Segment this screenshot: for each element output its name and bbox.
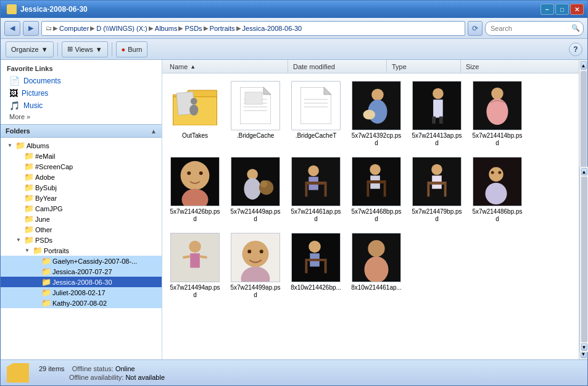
tree-portraits[interactable]: ▼ 📁 Portraits — [1, 245, 162, 256]
svg-point-47 — [370, 164, 381, 175]
file-photo-6[interactable]: 5x7w214461ap.psd — [288, 154, 344, 225]
svg-point-80 — [368, 240, 384, 257]
file-photo-3[interactable]: 5x7w214414bp.psd — [470, 78, 525, 149]
file-photo-11[interactable]: 5x7w214499ap.psd — [228, 230, 283, 301]
status-offline-value: Online — [115, 365, 135, 372]
breadcrumb-albums[interactable]: Albums — [155, 25, 178, 32]
tree-bysubj[interactable]: 📁 BySubj — [1, 182, 162, 193]
folders-collapse-icon: ▲ — [151, 128, 157, 135]
folders-header[interactable]: Folders ▲ — [1, 124, 162, 138]
refresh-button[interactable]: ⟳ — [468, 21, 482, 36]
forward-button[interactable]: ▶ — [23, 21, 39, 36]
file-photo-8[interactable]: 5x7w214479bp.psd — [409, 154, 465, 225]
back-button[interactable]: ◀ — [4, 21, 20, 36]
breadcrumb-current[interactable]: Jessica-2008-06-30 — [242, 25, 302, 32]
photo-6-label: 5x7w214461ap.psd — [291, 208, 341, 223]
expander-portraits[interactable]: ▼ — [23, 246, 31, 255]
tree-other[interactable]: 📁 Other — [1, 224, 162, 235]
status-offline-label: Offline status: — [72, 365, 114, 372]
files-scroll-up[interactable]: ▲ — [581, 61, 587, 70]
file-photo-7[interactable]: 5x7w214468bp.psd — [349, 154, 404, 225]
help-button[interactable]: ? — [569, 43, 582, 56]
search-icon[interactable]: 🔍 — [570, 23, 581, 34]
close-button[interactable]: ✕ — [570, 4, 584, 15]
tree-kathy[interactable]: 📁 Kathy-2007-08-02 — [1, 298, 162, 308]
file-bridgecachet[interactable]: .BridgeCacheT — [288, 78, 344, 149]
photo-13-label: 8x10w214461ap... — [351, 284, 402, 292]
col-header-date[interactable]: Date modified — [288, 60, 387, 73]
breadcrumb-bar[interactable]: 🗂 ▶ Computer ▶ D (\\WINGS) (X:) ▶ Albums… — [41, 21, 465, 36]
photo-5-svg — [231, 157, 280, 206]
svg-rect-51 — [384, 183, 386, 196]
documents-icon: 📄 — [9, 76, 20, 86]
file-photo-9[interactable]: 5x7w214486bp.psd — [470, 154, 525, 225]
status-count-line: 29 items Offline status: Online — [39, 365, 165, 372]
tree-jessica2007[interactable]: 📁 Jessica-2007-07-27 — [1, 266, 162, 277]
svg-point-74 — [308, 241, 321, 253]
maximize-button[interactable]: □ — [555, 4, 569, 15]
photo-11-thumb — [231, 233, 280, 282]
photo-13-svg — [352, 233, 400, 282]
breadcrumb-drive[interactable]: D (\\WINGS) (X:) — [96, 25, 147, 32]
breadcrumb-psds[interactable]: PSDs — [184, 25, 202, 32]
fav-pictures[interactable]: 🖼 Pictures — [7, 87, 157, 99]
tree-adobe-label: Adobe — [35, 174, 55, 181]
photo-8-label: 5x7w214479bp.psd — [412, 208, 462, 223]
file-photo-5[interactable]: 5x7w214449ap.psd — [228, 154, 283, 225]
tree-gaelyn[interactable]: 📁 Gaelyn+Cassidy-2007-08-... — [1, 256, 162, 266]
status-count: 29 items — [39, 365, 65, 372]
tree-byyear[interactable]: 📁 ByYear — [1, 193, 162, 203]
expander-psds[interactable]: ▼ — [14, 236, 23, 245]
burn-button[interactable]: ● Burn — [116, 41, 148, 57]
search-input[interactable] — [485, 21, 584, 36]
tree-camjpg[interactable]: 📁 CamJPG — [1, 203, 162, 214]
file-photo-4[interactable]: 5x7w214426bp.psd — [167, 154, 223, 225]
breadcrumb-computer[interactable]: Computer — [59, 25, 89, 32]
bridgecachet-thumb — [291, 81, 341, 130]
expander-juliet — [31, 288, 40, 297]
pictures-icon: 🖼 — [9, 88, 18, 98]
col-header-size[interactable]: Size — [461, 60, 523, 73]
folders-tree[interactable]: ▼ 📁 Albums 📁 #eMail 📁 #ScreenCap — [1, 138, 162, 359]
col-header-type[interactable]: Type — [387, 60, 461, 73]
svg-point-39 — [260, 180, 268, 188]
file-photo-13[interactable]: 8x10w214461ap... — [349, 230, 404, 301]
tree-albums[interactable]: ▼ 📁 Albums — [1, 140, 162, 151]
file-photo-10[interactable]: 5x7w214494ap.psd — [167, 230, 223, 301]
fav-music[interactable]: 🎵 Music — [7, 99, 157, 112]
file-bridgecache[interactable]: .BridgeCache — [228, 78, 283, 149]
svg-point-19 — [371, 89, 384, 101]
minimize-button[interactable]: − — [540, 4, 554, 15]
folder-albums-icon: 📁 — [15, 141, 25, 150]
fav-more[interactable]: More » — [7, 112, 157, 122]
tree-june[interactable]: 📁 June — [1, 214, 162, 224]
file-outtakes[interactable]: OutTakes — [167, 78, 223, 149]
tree-email[interactable]: 📁 #eMail — [1, 151, 162, 161]
breadcrumb-portraits[interactable]: Portraits — [210, 25, 235, 32]
tree-screencap[interactable]: 📁 #ScreenCap — [1, 161, 162, 172]
svg-line-67 — [200, 256, 207, 258]
folder-bysubj-icon: 📁 — [24, 183, 34, 192]
tree-juliet[interactable]: 📁 Juliet-2008-02-17 — [1, 287, 162, 298]
file-photo-2[interactable]: 5x7w214413ap.psd — [409, 78, 465, 149]
col-header-name[interactable]: Name ▲ — [165, 60, 288, 73]
tree-adobe[interactable]: 📁 Adobe — [1, 172, 162, 182]
file-photo-12[interactable]: 8x10w214426bp... — [288, 230, 344, 301]
fav-documents[interactable]: 📄 Documents — [7, 75, 157, 87]
tree-psds-label: PSDs — [35, 237, 52, 244]
file-photo-1[interactable]: 5x7w214392cp.psd — [349, 78, 404, 149]
views-button[interactable]: ⊞ Views ▼ — [62, 41, 108, 57]
title-bar-buttons: − □ ✕ — [540, 4, 584, 15]
photo-2-label: 5x7w214413ap.psd — [412, 132, 462, 147]
svg-rect-44 — [305, 185, 307, 197]
folder-screencap-icon: 📁 — [24, 162, 34, 171]
svg-point-62 — [498, 171, 501, 174]
tree-psds[interactable]: ▼ 📁 PSDs — [1, 235, 162, 245]
toolbar-separator-2 — [112, 43, 112, 56]
tree-jessica2008[interactable]: 📁 Jessica-2008-06-30 — [1, 277, 162, 287]
organize-button[interactable]: Organize ▼ — [6, 41, 54, 57]
photo-8-thumb — [412, 157, 462, 206]
svg-rect-78 — [325, 261, 327, 274]
folder-jessica2007-icon: 📁 — [41, 267, 51, 276]
expander-albums[interactable]: ▼ — [6, 141, 14, 150]
